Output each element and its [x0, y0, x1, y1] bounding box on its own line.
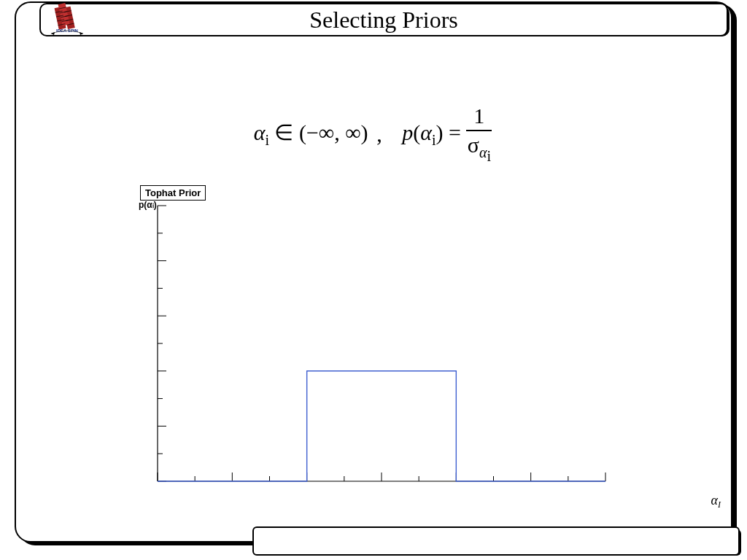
slide-frame: Selecting Priors IDEA SPIN	[1, 1, 744, 557]
svg-marker-17	[80, 32, 83, 35]
formula: αi ∈ (−∞, ∞) , p(αi) = 1 σαi	[1, 104, 744, 165]
title-box: Selecting Priors	[39, 3, 728, 36]
chart-area: p(αᵢ) αI	[152, 203, 611, 494]
numerator: 1	[466, 104, 492, 131]
chart-title: Tophat Prior	[145, 187, 201, 198]
logo-icon: IDEA SPIN	[47, 3, 88, 35]
x-axis-label: αI	[711, 493, 721, 510]
fraction: 1 σαi	[466, 104, 492, 165]
y-axis-label: p(αᵢ)	[139, 200, 157, 210]
range-text: ∈ (−∞, ∞)	[269, 120, 374, 144]
denominator: σαi	[466, 131, 492, 165]
plot-svg	[152, 203, 611, 494]
footer-box	[252, 526, 740, 556]
alpha-symbol: α	[254, 120, 266, 144]
formula-comma: ,	[376, 122, 382, 147]
svg-marker-16	[51, 32, 55, 35]
chart-title-box: Tophat Prior	[140, 185, 206, 201]
slide-title: Selecting Priors	[309, 7, 458, 34]
p-symbol: p	[402, 120, 413, 144]
